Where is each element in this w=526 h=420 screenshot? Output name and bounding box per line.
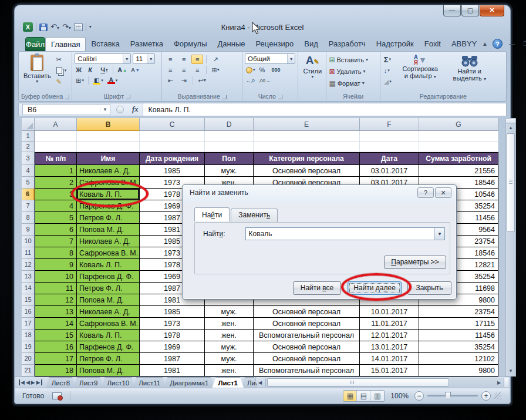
cell-A16[interactable]: 13 [35,306,77,318]
row-header-19[interactable]: 19 [22,341,35,353]
cell-F3[interactable]: Дата [360,152,419,165]
font-size-combo[interactable]: 11▼ [133,53,155,64]
autosum-button[interactable]: Σ▾ [383,55,393,64]
ribbon-tab[interactable]: Главная [45,37,86,51]
cell-G20[interactable]: 12102 [419,353,498,365]
cell-E17[interactable]: Основной персонал [254,318,360,330]
column-header-E[interactable]: E [254,118,360,131]
clear-button[interactable]: ◢▾ [383,77,393,86]
cell-D20[interactable]: муж. [205,353,254,365]
copy-button[interactable]: ▾ [55,66,68,75]
align-middle-icon[interactable]: ≡ [178,55,190,64]
sheet-tab[interactable]: Диаграмма1 [164,377,214,388]
column-header-D[interactable]: D [205,118,254,131]
scroll-right-icon[interactable]: ▶ [494,380,504,385]
cell-F16[interactable]: 10.01.2017 [360,306,419,318]
cell-B8[interactable]: Петров Ф. Л. [77,212,140,224]
fill-button[interactable]: ↓▾ [383,66,393,75]
dialog-tab[interactable]: Заменить [231,209,278,223]
cell-C21[interactable]: 1981 [140,365,205,377]
increase-decimal-button[interactable]: ←,0 [245,76,256,85]
row-header-3[interactable]: 3 [22,152,35,165]
close-dialog-button[interactable]: Закрыть [407,281,451,295]
cell-A14[interactable]: 11 [35,283,77,294]
first-sheet-icon[interactable]: ◀ [19,379,25,385]
ribbon-tab[interactable]: Разработч [323,37,371,51]
ribbon-tab[interactable]: Формулы [168,37,213,51]
horizontal-scrollbar[interactable]: ▶ [265,378,508,387]
prev-sheet-icon[interactable]: ◀ [26,379,30,385]
split-handle[interactable] [506,119,515,123]
cell-G2[interactable] [419,142,498,152]
zoom-level[interactable]: 100% [390,392,409,400]
paste-button[interactable]: Вставить ▾ [21,53,53,92]
cell-G3[interactable]: Сумма заработной [419,152,498,165]
row-header-15[interactable]: 15 [22,294,35,306]
cell-A15[interactable]: 12 [35,294,77,306]
cell-B9[interactable]: Попова М. Д. [77,224,140,236]
column-header-F[interactable]: F [360,118,419,131]
cell-E20[interactable]: Основной персонал [254,353,360,365]
cell-A17[interactable]: 14 [35,318,77,330]
cell-E3[interactable]: Категория персонала [254,152,360,165]
row-header-16[interactable]: 16 [22,306,35,318]
format-painter-button[interactable]: ✎ [55,77,68,86]
options-button[interactable]: Параметры >> [384,256,446,269]
cell-A12[interactable]: 9 [35,259,77,271]
cell-C19[interactable]: 1969 [140,341,205,353]
merge-center-icon[interactable]: ⊞▾ [210,65,221,75]
cell-G17[interactable]: 17115 [419,318,498,330]
cell-B11[interactable]: Сафронова В. М. [77,247,140,259]
align-right-icon[interactable]: ≡ [191,65,203,75]
currency-format-button[interactable]: ▾ [245,65,257,75]
sheet-tab[interactable]: Лист9 [73,377,103,388]
cell-A18[interactable]: 15 [35,330,77,341]
next-sheet-icon[interactable]: ▶ [31,379,35,385]
align-left-icon[interactable]: ≡ [164,65,176,75]
row-header-17[interactable]: 17 [22,318,35,330]
cell-C1[interactable] [140,131,205,142]
dialog-help-icon[interactable]: ? [417,187,434,198]
cell-A11[interactable]: 8 [35,247,77,259]
dialog-launcher-icon[interactable] [222,95,227,99]
ribbon-tab[interactable]: Вставка [86,37,124,51]
decrease-decimal-button[interactable]: ,00→ [258,76,271,85]
cell-B2[interactable] [77,142,140,152]
row-header-6[interactable]: 6 [22,189,35,200]
cell-G16[interactable]: 23754 [419,306,498,318]
cell-E4[interactable]: Основной персонал [254,165,360,177]
row-header-5[interactable]: 5 [22,177,35,189]
cell-B3[interactable]: Имя [77,152,140,165]
close-button[interactable]: ✕ [480,5,504,16]
page-layout-view-icon[interactable]: ▤ [357,391,370,401]
cell-F4[interactable]: 03.01.2017 [360,165,419,177]
select-all-corner[interactable] [22,118,35,131]
cell-C16[interactable]: 1985 [140,306,205,318]
row-header-18[interactable]: 18 [22,330,35,341]
row-header-1[interactable]: 1 [22,131,35,142]
comma-format-button[interactable]: 000 [271,65,282,75]
row-header-11[interactable]: 11 [22,247,35,259]
scroll-up-icon[interactable]: ▲ [506,123,515,133]
delete-cells-button[interactable]: ⊠Удалить▾ [329,66,377,76]
cell-E16[interactable]: Основной персонал [254,306,360,318]
row-header-4[interactable]: 4 [22,165,35,177]
workbook-minimize-icon[interactable]: — [507,41,517,47]
cell-D16[interactable]: муж. [205,306,254,318]
cell-B20[interactable]: Петров Ф. Л. [77,353,140,365]
cell-C2[interactable] [140,142,205,152]
cell-D3[interactable]: Пол [205,152,254,165]
cell-A5[interactable]: 2 [35,177,77,189]
cut-button[interactable]: ✂ [55,55,68,64]
underline-button[interactable]: Ч▾ [99,65,110,75]
find-select-button[interactable]: Найти и выделить ▾ [447,53,492,92]
cell-D1[interactable] [205,131,254,142]
cell-G21[interactable]: 9800 [419,365,498,377]
help-icon[interactable]: ? [493,39,503,49]
cell-E18[interactable]: Вспомогательный персонал [254,330,360,341]
sort-filter-button[interactable]: АЯ ▼ Сортировка и фильтр ▾ [395,53,446,92]
find-all-button[interactable]: Найти все [293,281,341,295]
cell-A9[interactable]: 6 [35,224,77,236]
orientation-icon[interactable]: ↗ [210,55,221,64]
maximize-button[interactable]: ▢ [461,5,479,16]
